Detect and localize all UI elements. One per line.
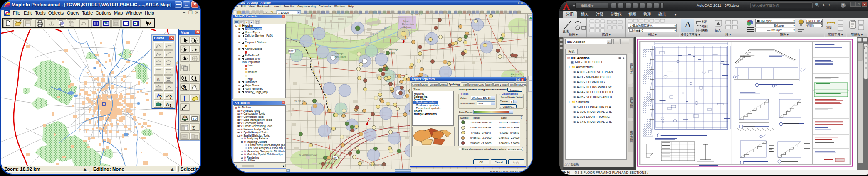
- svg-text:Heritage: Heritage: [334, 52, 344, 55]
- svg-text:Park: Park: [390, 51, 395, 54]
- svg-text:Harmon: Harmon: [511, 73, 519, 76]
- svg-text:Park Plaza: Park Plaza: [334, 56, 346, 58]
- svg-text:Nash: Nash: [403, 20, 409, 22]
- svg-text:直线: 直线: [563, 29, 569, 33]
- svg-text:Harrold Park: Harrold Park: [319, 162, 333, 164]
- svg-text:?: ?: [183, 86, 185, 90]
- svg-text:NE 4th St: NE 4th St: [411, 14, 422, 16]
- svg-text:W 7th St: W 7th St: [294, 100, 304, 102]
- svg-text:?: ?: [169, 103, 172, 108]
- svg-text:1 2: 1 2: [193, 117, 197, 120]
- svg-text:测量: 测量: [826, 26, 832, 29]
- svg-text:199: 199: [333, 156, 337, 159]
- svg-text:1: 1: [404, 35, 407, 40]
- svg-text:A: A: [156, 77, 160, 83]
- svg-text:Elementary: Elementary: [402, 23, 414, 25]
- svg-text:?: ?: [160, 103, 162, 108]
- svg-text:Σ: Σ: [192, 125, 195, 131]
- svg-text:表格: 表格: [702, 29, 708, 32]
- svg-text:Heritage: Heritage: [389, 48, 398, 51]
- svg-text:?: ?: [148, 20, 151, 27]
- svg-text:E Peach St: E Peach St: [465, 33, 477, 36]
- svg-text:A: A: [166, 102, 169, 107]
- svg-text:?: ?: [159, 95, 162, 100]
- svg-text:线性: 线性: [702, 20, 708, 24]
- svg-text:W Lancaster Ave: W Lancaster Ave: [299, 154, 318, 156]
- svg-text:2: 2: [368, 117, 371, 122]
- svg-text:W Vickery Blvd: W Vickery Blvd: [369, 164, 386, 166]
- svg-text:引线: 引线: [702, 25, 708, 29]
- svg-text:School: School: [403, 26, 411, 28]
- svg-text:?: ?: [169, 95, 172, 100]
- svg-text:插入: 插入: [715, 28, 721, 32]
- svg-text:TIFF: TIFF: [289, 50, 294, 52]
